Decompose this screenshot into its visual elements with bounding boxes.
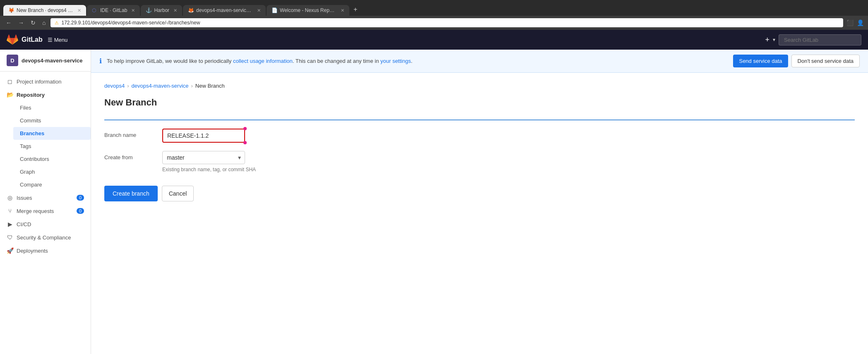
- tab-label: devops4-maven-service_CI #9...: [196, 7, 253, 13]
- new-item-button[interactable]: +: [765, 36, 769, 44]
- sidebar-item-repository[interactable]: 📂 Repository: [0, 88, 91, 101]
- refresh-button[interactable]: ↻: [29, 19, 37, 27]
- breadcrumb: devops4 › devops4-maven-service › New Br…: [104, 83, 855, 89]
- gitlab-header: GitLab ☰ Menu + ▾: [0, 30, 868, 50]
- info-banner-text: To help improve GitLab, we would like to…: [107, 58, 728, 64]
- tab-close-btn[interactable]: ✕: [131, 8, 135, 13]
- repository-icon: 📂: [7, 91, 13, 98]
- dont-send-service-data-button[interactable]: Don't send service data: [791, 55, 860, 67]
- breadcrumb-separator-2: ›: [191, 83, 193, 89]
- create-branch-button[interactable]: Create branch: [104, 186, 158, 201]
- tab-nexus[interactable]: 📄 Welcome - Nexus Repository M... ✕: [267, 5, 349, 16]
- sidebar-item-cicd[interactable]: ▶ CI/CD: [0, 218, 91, 231]
- project-name: devops4-maven-service: [22, 57, 82, 64]
- page-title: New Branch: [104, 97, 855, 108]
- tab-favicon-ide: ⬡: [92, 7, 98, 13]
- settings-link[interactable]: your settings: [380, 58, 411, 64]
- sidebar: D devops4-maven-service ◻ Project inform…: [0, 50, 91, 354]
- sidebar-item-project-information[interactable]: ◻ Project information: [0, 75, 91, 88]
- dropdown-arrow[interactable]: ▾: [773, 37, 775, 43]
- tab-favicon-anchor: ⚓: [146, 7, 151, 13]
- project-avatar: D: [7, 55, 18, 66]
- breadcrumb-separator-1: ›: [127, 83, 129, 89]
- tab-favicon-flame: 🦊: [8, 7, 14, 13]
- gitlab-logo-icon: [7, 34, 18, 45]
- sidebar-item-contributors[interactable]: Contributors: [13, 153, 91, 165]
- tab-ide[interactable]: ⬡ IDE · GitLab ✕: [87, 5, 140, 16]
- tab-label: Harbor: [154, 7, 169, 13]
- error-dot-top: [243, 127, 247, 130]
- tab-devops4[interactable]: 🦊 devops4-maven-service_CI #9... ✕: [183, 5, 266, 16]
- branch-name-label: Branch name: [104, 129, 162, 138]
- tab-favicon-page: 📄: [272, 7, 277, 13]
- breadcrumb-devops4[interactable]: devops4: [104, 83, 125, 89]
- tab-close-btn[interactable]: ✕: [173, 8, 177, 13]
- branch-name-row: Branch name: [104, 129, 477, 143]
- back-button[interactable]: ←: [4, 19, 13, 27]
- form-divider: [104, 120, 855, 120]
- sidebar-item-security[interactable]: 🛡 Security & Compliance: [0, 231, 91, 244]
- tab-close-btn[interactable]: ✕: [341, 8, 344, 13]
- header-actions: + ▾: [765, 34, 861, 45]
- main-content: ℹ To help improve GitLab, we would like …: [91, 50, 868, 354]
- info-icon: ℹ: [99, 57, 102, 65]
- tab-harbor[interactable]: ⚓ Harbor ✕: [141, 5, 182, 16]
- page-content: devops4 › devops4-maven-service › New Br…: [91, 73, 868, 211]
- branch-name-input[interactable]: [162, 129, 245, 143]
- url-bar[interactable]: ⚠ 172.29.9.101/devops4/devops4-maven-ser…: [50, 18, 843, 27]
- new-branch-form: Branch name Create from: [104, 129, 477, 201]
- create-from-row: Create from master main develop ▾ Existi…: [104, 151, 477, 172]
- info-banner: ℹ To help improve GitLab, we would like …: [91, 50, 868, 73]
- tab-close-btn[interactable]: ✕: [257, 8, 261, 13]
- create-from-select-wrapper: master main develop ▾: [162, 151, 245, 164]
- browser-tab-bar: 🦊 New Branch · devops4 / devo... ✕ ⬡ IDE…: [0, 0, 868, 16]
- sidebar-sub-repository: Files Commits Branches Tags Contributors…: [0, 101, 91, 191]
- browser-action-buttons: ⬛ 👤: [846, 19, 864, 26]
- sidebar-item-commits[interactable]: Commits: [13, 114, 91, 127]
- breadcrumb-project[interactable]: devops4-maven-service: [132, 83, 189, 89]
- sidebar-item-tags[interactable]: Tags: [13, 140, 91, 153]
- create-from-label: Create from: [104, 151, 162, 160]
- tab-label: New Branch · devops4 / devo...: [17, 7, 73, 13]
- issues-icon: ◎: [7, 194, 13, 201]
- error-dot-bottom: [243, 141, 247, 144]
- gitlab-wordmark: GitLab: [22, 36, 43, 43]
- issues-badge: 0: [77, 195, 84, 201]
- profile-button[interactable]: 👤: [857, 19, 864, 26]
- url-text: 172.29.9.101/devops4/devops4-maven-servi…: [61, 20, 200, 26]
- browser-chrome: 🦊 New Branch · devops4 / devo... ✕ ⬡ IDE…: [0, 0, 868, 30]
- sidebar-item-graph[interactable]: Graph: [13, 165, 91, 178]
- sidebar-item-deployments[interactable]: 🚀 Deployments: [0, 244, 91, 257]
- breadcrumb-current: New Branch: [195, 83, 225, 89]
- branch-name-wrapper: [162, 129, 477, 143]
- sidebar-item-merge-requests[interactable]: ⑂ Merge requests 0: [0, 204, 91, 218]
- deployments-icon: 🚀: [7, 247, 13, 254]
- sidebar-item-branches[interactable]: Branches: [13, 127, 91, 140]
- create-from-select[interactable]: master main develop: [162, 151, 245, 164]
- sidebar-nav: ◻ Project information 📂 Repository Files…: [0, 72, 91, 261]
- sidebar-item-issues[interactable]: ◎ Issues 0: [0, 191, 91, 204]
- gitlab-logo[interactable]: GitLab: [7, 34, 43, 45]
- merge-requests-icon: ⑂: [7, 208, 13, 214]
- info-banner-actions: Send service data Don't send service dat…: [733, 55, 860, 67]
- tab-close-btn[interactable]: ✕: [77, 8, 81, 13]
- tab-new-branch[interactable]: 🦊 New Branch · devops4 / devo... ✕: [3, 5, 86, 16]
- address-bar: ← → ↻ ⌂ ⚠ 172.29.9.101/devops4/devops4-m…: [0, 16, 868, 30]
- add-tab-button[interactable]: +: [350, 3, 361, 16]
- menu-button[interactable]: ☰ Menu: [48, 37, 68, 43]
- sidebar-item-compare[interactable]: Compare: [13, 178, 91, 191]
- send-service-data-button[interactable]: Send service data: [733, 55, 788, 67]
- security-compliance-icon: 🛡: [7, 234, 13, 241]
- forward-button[interactable]: →: [17, 19, 26, 27]
- merge-requests-badge: 0: [77, 208, 84, 214]
- collect-usage-link[interactable]: collect usage information: [233, 58, 293, 64]
- tab-favicon-fox: 🦊: [188, 7, 194, 13]
- security-icon: ⚠: [55, 20, 59, 26]
- sidebar-project[interactable]: D devops4-maven-service: [0, 50, 91, 72]
- extensions-button[interactable]: ⬛: [846, 19, 854, 26]
- branch-input-container: [162, 129, 245, 143]
- sidebar-item-files[interactable]: Files: [13, 101, 91, 114]
- cancel-button[interactable]: Cancel: [162, 186, 194, 201]
- home-button[interactable]: ⌂: [41, 19, 47, 27]
- search-input[interactable]: [779, 34, 861, 45]
